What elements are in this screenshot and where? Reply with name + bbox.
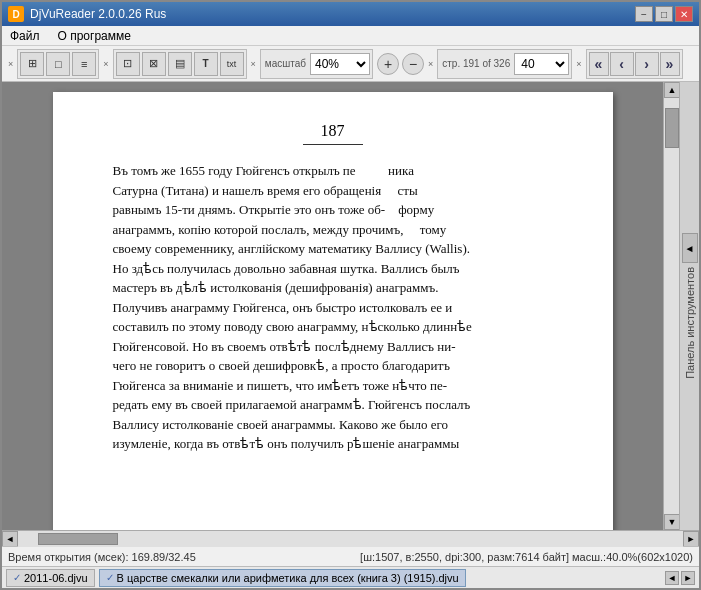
view-btn-2[interactable]: □ <box>46 52 70 76</box>
tool-group: ⊡ ⊠ ▤ T txt <box>113 49 247 79</box>
tool-btn-3[interactable]: ▤ <box>168 52 192 76</box>
tool-btn-1[interactable]: ⊡ <box>116 52 140 76</box>
status-bar: Время открытия (мсек): 169.89/32.45 [ш:1… <box>2 546 699 566</box>
text-line-10: Гюйгенсовой. Но въ своемъ отвѣтѣ послѣдн… <box>93 337 573 357</box>
page-input-container: 191 36 37 38 39 40 41 42 43 44 45 36 3 <box>514 53 569 75</box>
zoom-label: масштаб <box>263 58 308 69</box>
text-line-13: редать ему въ своей прилагаемой анаграмм… <box>93 395 573 415</box>
panel-toggle-button[interactable]: ◄ <box>682 233 698 263</box>
page-group-close[interactable]: × <box>426 59 435 69</box>
zoom-group: масштаб 40% 25% 33% 50% 67% 75% 100% <box>260 49 373 79</box>
taskbar-item-1[interactable]: ✓ 2011-06.djvu <box>6 569 95 587</box>
text-line-9: составилъ по этому поводу свою анаграмму… <box>93 317 573 337</box>
text-line-12: Гюйгенса за вниманіе и пишетъ, что имѣет… <box>93 376 573 396</box>
page-number: 187 <box>303 122 363 145</box>
tool-btn-2[interactable]: ⊠ <box>142 52 166 76</box>
menu-about[interactable]: О программе <box>54 28 135 44</box>
text-line-7: мастеръ въ дѣлѣ истолкованія (дешифрован… <box>93 278 573 298</box>
minimize-button[interactable]: − <box>635 6 653 22</box>
zoom-select[interactable]: 40% 25% 33% 50% 67% 75% 100% <box>310 53 370 75</box>
taskbar: ✓ 2011-06.djvu ✓ В царстве смекалки или … <box>2 566 699 588</box>
nav-group-close[interactable]: × <box>574 59 583 69</box>
page-group: стр. 191 of 326 191 36 37 38 39 40 41 42… <box>437 49 572 79</box>
taskbar-check-1: ✓ <box>13 572 21 583</box>
tool-group-close[interactable]: × <box>101 59 110 69</box>
text-line-8: Получивъ анаграмму Гюйгенса, онъ быстро … <box>93 298 573 318</box>
view-btn-3[interactable]: ≡ <box>72 52 96 76</box>
text-line-15: изумленіе, когда въ отвѣтѣ онъ получилъ … <box>93 434 573 454</box>
h-scroll-thumb[interactable] <box>38 533 118 545</box>
horizontal-scrollbar: ◄ ► <box>2 530 699 546</box>
text-line-3: равнымъ 15-ти днямъ. Открытіе это онъ то… <box>93 200 573 220</box>
maximize-button[interactable]: □ <box>655 6 673 22</box>
zoom-out-button[interactable]: − <box>402 53 424 75</box>
menu-bar: Файл О программе <box>2 26 699 46</box>
text-line-5: своему современнику, англійскому математ… <box>93 239 573 259</box>
right-panel[interactable]: ◄ Панель инструментов <box>679 82 699 530</box>
text-line-14: Валлису истолкованіе своей анаграммы. Ка… <box>93 415 573 435</box>
taskbar-check-2: ✓ <box>106 572 114 583</box>
main-window: D DjVuReader 2.0.0.26 Rus − □ ✕ Файл О п… <box>0 0 701 590</box>
scroll-thumb[interactable] <box>665 108 679 148</box>
tool-btn-4[interactable]: T <box>194 52 218 76</box>
scroll-left-button[interactable]: ◄ <box>2 531 18 547</box>
taskbar-item-2[interactable]: ✓ В царстве смекалки или арифметика для … <box>99 569 466 587</box>
text-line-4: анаграммъ, копію которой послалъ, между … <box>93 220 573 240</box>
view-btn-1[interactable]: ⊞ <box>20 52 44 76</box>
scroll-track[interactable] <box>664 98 679 514</box>
panel-label: Панель инструментов <box>684 267 696 379</box>
status-left: Время открытия (мсек): 169.89/32.45 <box>8 551 196 563</box>
text-line-1: Въ томъ же 1655 году Гюйгенсъ открылъ пе… <box>93 161 573 181</box>
nav-group: « ‹ › » <box>586 49 683 79</box>
taskbar-prev-button[interactable]: ◄ <box>665 571 679 585</box>
nav-next-button[interactable]: › <box>635 52 659 76</box>
nav-first-button[interactable]: « <box>589 52 609 76</box>
scroll-down-button[interactable]: ▼ <box>664 514 680 530</box>
app-icon: D <box>8 6 24 22</box>
vertical-scrollbar[interactable]: ▲ ▼ <box>663 82 679 530</box>
scroll-up-button[interactable]: ▲ <box>664 82 680 98</box>
page-select[interactable]: 191 36 37 38 39 40 41 42 43 44 45 <box>514 53 569 75</box>
text-line-6: Но здѣсь получилась довольно забавная шу… <box>93 259 573 279</box>
toolbar: × ⊞ □ ≡ × ⊡ ⊠ ▤ T txt × масштаб 40% 25% … <box>2 46 699 82</box>
page-label: стр. 191 of 326 <box>440 58 512 69</box>
tool-btn-txt[interactable]: txt <box>220 52 244 76</box>
status-right: [ш:1507, в:2550, dpi:300, разм:7614 байт… <box>360 551 693 563</box>
scroll-right-button[interactable]: ► <box>683 531 699 547</box>
window-title: DjVuReader 2.0.0.26 Rus <box>30 7 166 21</box>
window-controls: − □ ✕ <box>635 6 693 22</box>
text-line-2: Сатурна (Титана) и нашелъ время его обра… <box>93 181 573 201</box>
taskbar-next-button[interactable]: ► <box>681 571 695 585</box>
taskbar-label-2: В царстве смекалки или арифметика для вс… <box>117 572 459 584</box>
nav-prev-button[interactable]: ‹ <box>610 52 634 76</box>
content-area: 187 Въ томъ же 1655 году Гюйгенсъ открыл… <box>2 82 699 530</box>
view-group: ⊞ □ ≡ <box>17 49 99 79</box>
close-button[interactable]: ✕ <box>675 6 693 22</box>
text-line-11: чего не говоритъ о своей дешифровкѣ, а п… <box>93 356 573 376</box>
document-page: 187 Въ томъ же 1655 году Гюйгенсъ открыл… <box>53 92 613 530</box>
page-view[interactable]: 187 Въ томъ же 1655 году Гюйгенсъ открыл… <box>2 82 663 530</box>
zoom-in-button[interactable]: + <box>377 53 399 75</box>
title-bar: D DjVuReader 2.0.0.26 Rus − □ ✕ <box>2 2 699 26</box>
zoom-group-close[interactable]: × <box>249 59 258 69</box>
title-bar-left: D DjVuReader 2.0.0.26 Rus <box>8 6 166 22</box>
menu-file[interactable]: Файл <box>6 28 44 44</box>
h-scroll-track[interactable] <box>18 531 683 547</box>
view-group-close[interactable]: × <box>6 59 15 69</box>
nav-last-button[interactable]: » <box>660 52 680 76</box>
taskbar-label-1: 2011-06.djvu <box>24 572 88 584</box>
taskbar-nav: ◄ ► <box>665 571 695 585</box>
page-text: Въ томъ же 1655 году Гюйгенсъ открылъ пе… <box>93 161 573 454</box>
